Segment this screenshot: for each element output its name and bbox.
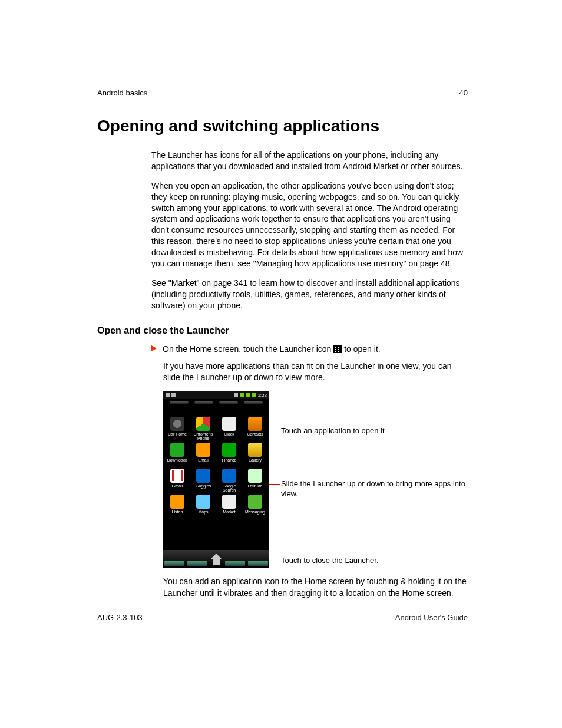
app-gallery: Gallery [242,443,268,466]
app-downloads: Downloads [164,443,190,466]
app-label: Listen [172,510,183,518]
contacts-icon [248,417,262,431]
gmail-icon [170,469,184,483]
clock-icon [222,417,236,431]
app-label: Gallery [249,458,262,466]
callout-leader [269,484,280,485]
app-label: Goggles [196,484,211,492]
callout-text: Touch an application to open it [280,426,385,436]
app-label: Car Home [168,432,187,440]
carhome-icon [170,417,184,431]
market-icon [222,495,236,509]
app-market: Market [216,495,242,518]
app-label: Google Search [216,484,242,492]
callouts: Touch an application to open itSlide the… [269,391,468,568]
listen-icon [170,495,184,509]
step-marker-icon [151,345,157,351]
app-goggles: Goggles [190,469,216,492]
figure: 1:23 Car HomeChrome to PhoneClockContact… [163,391,468,568]
app-chrome: Chrome to Phone [190,417,216,440]
app-label: Chrome to Phone [190,432,216,440]
app-label: Downloads [167,458,188,466]
messaging-icon [248,495,262,509]
app-gsearch: Google Search [216,469,242,492]
step-row: On the Home screen, touch the Launcher i… [151,343,468,355]
status-time: 1:23 [257,393,267,398]
app-label: Clock [224,432,234,440]
app-latitude: Latitude [242,469,268,492]
app-gmail: Gmail [164,469,190,492]
intro-para: The Launcher has icons for all of the ap… [151,150,468,172]
goggles-icon [196,469,210,483]
callout-text: Slide the Launcher up or down to bring m… [280,479,468,499]
latitude-icon [248,469,262,483]
email-icon [196,443,210,457]
app-finance: Finance [216,443,242,466]
app-label: Messaging [245,510,265,518]
callout-text: Touch to close the Launcher. [280,556,379,566]
chrome-icon [196,417,210,431]
app-label: Finance [222,458,237,466]
app-label: Market [223,510,235,518]
footer-left: AUG-2.3-103 [97,613,143,622]
app-maps: Maps [190,495,216,518]
app-label: Maps [198,510,208,518]
callout: Slide the Launcher up or down to bring m… [269,479,468,499]
app-messaging: Messaging [242,495,268,518]
app-email: Email [190,443,216,466]
intro-block: The Launcher has icons for all of the ap… [151,150,468,311]
step-text: On the Home screen, touch the Launcher i… [163,343,381,355]
running-header: Android basics 40 [97,88,468,100]
app-label: Latitude [248,484,263,492]
callout: Touch to close the Launcher. [269,556,379,566]
app-label: Contacts [247,432,263,440]
step-note: If you have more applications than can f… [163,361,468,384]
intro-para: See "Market" on page 341 to learn how to… [151,278,468,311]
status-bar: 1:23 [163,391,269,399]
callout: Touch an application to open it [269,426,385,436]
maps-icon [196,495,210,509]
callout-leader [269,431,280,431]
dock [163,550,269,568]
page-title: Opening and switching applications [97,117,468,136]
app-label: Email [198,458,209,466]
finance-icon [222,443,236,457]
app-contacts: Contacts [242,417,268,440]
home-icon [210,554,222,565]
intro-para: When you open an application, the other … [151,180,468,269]
subheading: Open and close the Launcher [97,325,468,336]
step-text-before: On the Home screen, touch the Launcher i… [163,344,333,354]
callout-leader [269,561,280,561]
app-clock: Clock [216,417,242,440]
app-label: Gmail [172,484,183,492]
launcher-icon [333,345,342,353]
launcher-grid: Car HomeChrome to PhoneClockContactsDown… [163,416,269,518]
app-carhome: Car Home [164,417,190,440]
footer-right: Android User's Guide [395,613,468,622]
phone-screenshot: 1:23 Car HomeChrome to PhoneClockContact… [163,391,269,568]
page-number: 40 [459,88,468,97]
app-listen: Listen [164,495,190,518]
gsearch-icon [222,469,236,483]
step-text-after: to open it. [344,344,381,354]
section-name: Android basics [97,88,147,97]
page-footer: AUG-2.3-103 Android User's Guide [97,613,468,622]
gallery-icon [248,443,262,457]
downloads-icon [170,443,184,457]
after-figure-para: You can add an application icon to the H… [163,576,468,599]
